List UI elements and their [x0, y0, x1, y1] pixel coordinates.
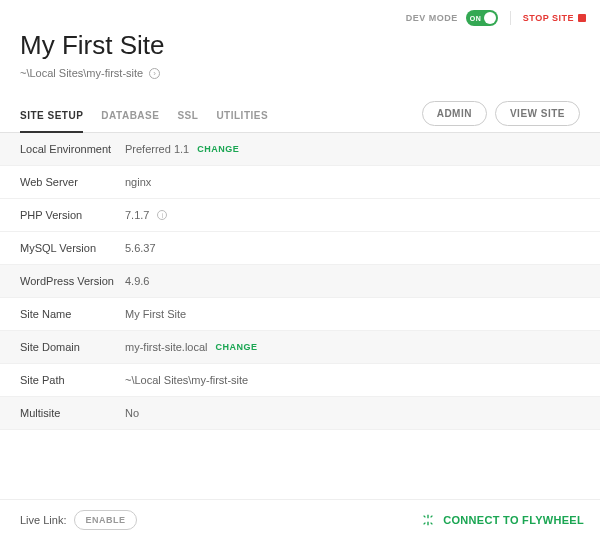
- live-link-label: Live Link:: [20, 514, 66, 526]
- detail-row: Web Servernginx: [0, 166, 600, 199]
- enable-live-link-button[interactable]: ENABLE: [74, 510, 136, 530]
- detail-value: ~\Local Sites\my-first-site: [125, 374, 248, 386]
- detail-row: WordPress Version4.9.6: [0, 265, 600, 298]
- toggle-knob: [484, 12, 496, 24]
- detail-value-text: No: [125, 407, 139, 419]
- view-site-button[interactable]: VIEW SITE: [495, 101, 580, 126]
- detail-row: Local EnvironmentPreferred 1.1CHANGE: [0, 133, 600, 166]
- info-icon[interactable]: ›: [149, 68, 160, 79]
- detail-label: Local Environment: [20, 143, 125, 155]
- detail-label: Site Domain: [20, 341, 125, 353]
- detail-value-text: ~\Local Sites\my-first-site: [125, 374, 248, 386]
- dev-mode-label: DEV MODE: [406, 13, 458, 23]
- detail-value-text: my-first-site.local: [125, 341, 208, 353]
- site-title: My First Site: [20, 30, 580, 61]
- detail-label: Web Server: [20, 176, 125, 188]
- stop-icon: [578, 14, 586, 22]
- detail-label: PHP Version: [20, 209, 125, 221]
- dev-mode-toggle[interactable]: ON: [466, 10, 498, 26]
- detail-row: Site NameMy First Site: [0, 298, 600, 331]
- detail-value-text: nginx: [125, 176, 151, 188]
- detail-row: MySQL Version5.6.37: [0, 232, 600, 265]
- detail-label: Site Path: [20, 374, 125, 386]
- detail-label: WordPress Version: [20, 275, 125, 287]
- tab-site-setup[interactable]: SITE SETUP: [20, 110, 83, 133]
- change-link[interactable]: CHANGE: [197, 144, 239, 154]
- detail-value-text: 4.9.6: [125, 275, 149, 287]
- detail-row: Site Path~\Local Sites\my-first-site: [0, 364, 600, 397]
- detail-value-text: Preferred 1.1: [125, 143, 189, 155]
- detail-value: 4.9.6: [125, 275, 149, 287]
- detail-value: nginx: [125, 176, 151, 188]
- separator: [510, 11, 511, 25]
- detail-label: Multisite: [20, 407, 125, 419]
- detail-value: My First Site: [125, 308, 186, 320]
- detail-value: 7.1.7i: [125, 209, 167, 221]
- tab-utilities[interactable]: UTILITIES: [216, 110, 268, 132]
- detail-label: Site Name: [20, 308, 125, 320]
- stop-site-button[interactable]: STOP SITE: [523, 13, 586, 23]
- tab-ssl[interactable]: SSL: [177, 110, 198, 132]
- detail-row: PHP Version7.1.7i: [0, 199, 600, 232]
- detail-value-text: My First Site: [125, 308, 186, 320]
- flywheel-icon: [421, 513, 435, 527]
- detail-value: Preferred 1.1CHANGE: [125, 143, 239, 155]
- admin-button[interactable]: ADMIN: [422, 101, 487, 126]
- site-path: ~\Local Sites\my-first-site: [20, 67, 143, 79]
- change-link[interactable]: CHANGE: [216, 342, 258, 352]
- detail-value: my-first-site.localCHANGE: [125, 341, 258, 353]
- connect-flywheel-label: CONNECT TO FLYWHEEL: [443, 514, 584, 526]
- connect-flywheel-button[interactable]: CONNECT TO FLYWHEEL: [421, 513, 584, 527]
- tab-database[interactable]: DATABASE: [101, 110, 159, 132]
- toggle-on-text: ON: [466, 15, 482, 22]
- detail-label: MySQL Version: [20, 242, 125, 254]
- detail-row: Site Domainmy-first-site.localCHANGE: [0, 331, 600, 364]
- detail-value: 5.6.37: [125, 242, 156, 254]
- detail-row: MultisiteNo: [0, 397, 600, 430]
- detail-value-text: 7.1.7: [125, 209, 149, 221]
- stop-site-label: STOP SITE: [523, 13, 574, 23]
- info-icon[interactable]: i: [157, 210, 167, 220]
- detail-value: No: [125, 407, 139, 419]
- detail-value-text: 5.6.37: [125, 242, 156, 254]
